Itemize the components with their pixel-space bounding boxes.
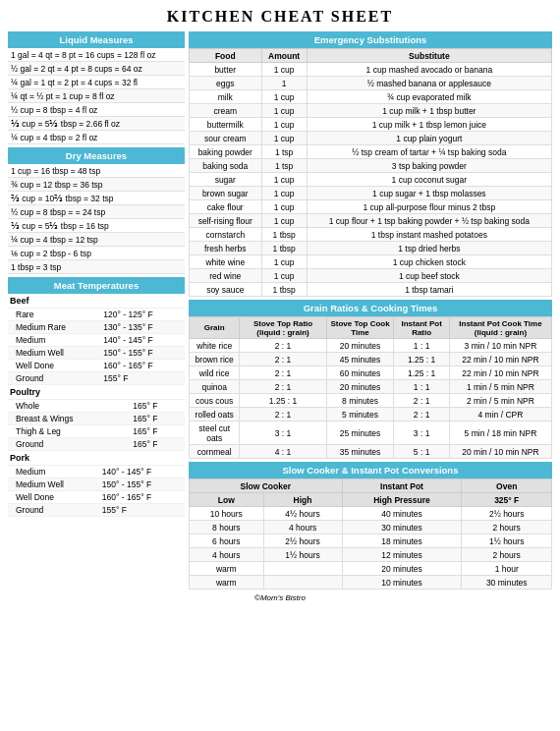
sub-cell: 1 <box>261 77 307 90</box>
slow-cell <box>263 562 342 576</box>
slow-cell: 8 hours <box>190 521 264 534</box>
dry-row: ⅛ cup = 2 tbsp - 6 tsp <box>8 247 185 260</box>
sub-cell: red wine <box>190 269 262 283</box>
dry-row: ½ cup = 8 tbsp = = 24 tsp <box>8 205 185 219</box>
slow-cell: 10 minutes <box>342 576 462 590</box>
slow-cell: warm <box>190 576 264 590</box>
grain-cell: 3 : 1 <box>394 422 450 445</box>
liquid-measures-header: Liquid Measures <box>8 31 185 48</box>
sub-cell: eggs <box>190 77 262 90</box>
grain-cell: 25 minutes <box>326 422 394 445</box>
meat-category-label: Poultry <box>8 385 185 400</box>
meat-row: Medium Rare130° - 135° F <box>8 321 185 334</box>
grain-cell: 4 min / CPR <box>449 408 551 422</box>
meat-row: Thigh & Leg165° F <box>8 425 185 438</box>
sub-cell: 1 cup mashed avocado or banana <box>307 63 551 77</box>
grain-cell: 2 : 1 <box>240 353 326 366</box>
sub-cell: self-rising flour <box>190 214 262 228</box>
meat-cell: Medium <box>8 334 100 347</box>
slow-row: 4 hours1½ hours12 minutes2 hours <box>190 548 552 562</box>
sub-cell: baking powder <box>190 145 262 159</box>
grain-cell: 5 min / 18 min NPR <box>449 422 551 445</box>
liquid-row: ½ gal = 2 qt = 4 pt = 8 cups = 64 oz <box>8 62 185 76</box>
grain-row: quinoa2 : 120 minutes1 : 11 min / 5 min … <box>190 380 552 394</box>
meat-category-beef: BeefRare120° - 125° FMedium Rare130° - 1… <box>8 294 185 385</box>
sub-cell: 1 tsp <box>261 145 307 159</box>
dry-row: ¼ cup = 4 tbsp = 12 tsp <box>8 233 185 247</box>
slow-cell: 30 minutes <box>342 521 462 534</box>
sub-cell: 1 tsp dried herbs <box>307 242 551 255</box>
slow-cell: 2 hours <box>462 521 552 534</box>
left-column: Liquid Measures 1 gal = 4 qt = 8 pt = 16… <box>8 31 185 517</box>
sub-row: baking soda1 tsp3 tsp baking powder <box>190 159 552 173</box>
meat-row: Medium140° - 145° F <box>8 466 185 478</box>
meat-cell: Breast & Wings <box>8 413 130 425</box>
slow-col-ip: Instant Pot <box>342 479 462 493</box>
grain-col-ip-time: Instant Pot Cook Time (liquid : grain) <box>449 317 551 339</box>
slow-cooker-header: Slow Cooker & Instant Pot Conversions <box>189 462 552 478</box>
meat-cell: 165° F <box>130 413 185 425</box>
grain-row: rolled oats2 : 15 minutes2 : 14 min / CP… <box>190 408 552 422</box>
sub-cell: 1 cup <box>261 90 307 104</box>
slow-subheader-high: High <box>263 493 342 507</box>
grain-row: steel cut oats3 : 125 minutes3 : 15 min … <box>190 422 552 445</box>
slow-row: 10 hours4½ hours40 minutes2½ hours <box>190 507 552 521</box>
sub-row: sugar1 cup1 cup coconut sugar <box>190 173 552 187</box>
right-column: Emergency Substitutions Food Amount Subs… <box>189 31 552 590</box>
dry-row: ⅓ cup = 5⅓ tbsp = 16 tsp <box>8 219 185 233</box>
grain-cell: 2 : 1 <box>240 366 326 380</box>
slow-cell: 4 hours <box>190 548 264 562</box>
grain-cell: 2 : 1 <box>240 408 326 422</box>
grain-cell: 8 minutes <box>326 394 394 408</box>
slow-row: 6 hours2½ hours18 minutes1½ hours <box>190 534 552 548</box>
sub-cell: 1 cup <box>261 200 307 214</box>
col-sub: Substitute <box>307 49 551 63</box>
sub-row: soy sauce1 tbsp1 tbsp tamari <box>190 283 552 297</box>
liquid-row: ⅓ cup = 5⅓ tbsp = 2.66 fl oz <box>8 117 185 131</box>
meat-table-beef: Rare120° - 125° FMedium Rare130° - 135° … <box>8 309 185 385</box>
sub-cell: sour cream <box>190 132 262 145</box>
grain-table: Grain Stove Top Ratio (liquid : grain) S… <box>189 316 552 459</box>
sub-cell: 1 cup beef stock <box>307 269 551 283</box>
grain-row: white rice2 : 120 minutes1 : 13 min / 10… <box>190 339 552 353</box>
meat-table-pork: Medium140° - 145° FMedium Well150° - 155… <box>8 466 185 517</box>
slow-cell: 2½ hours <box>462 507 552 521</box>
grain-cell: 2 : 1 <box>240 380 326 394</box>
grain-cell: steel cut oats <box>190 422 240 445</box>
grain-cell: 22 min / 10 min NPR <box>449 366 551 380</box>
grain-cell: 20 minutes <box>326 380 394 394</box>
meat-cell: 155° F <box>100 372 185 385</box>
slow-row: warm20 minutes1 hour <box>190 562 552 576</box>
meat-cell: Well Done <box>8 491 99 504</box>
meat-cell: 165° F <box>130 438 185 451</box>
sub-cell: 1 cup <box>261 173 307 187</box>
sub-cell: 1 cup chicken stock <box>307 255 551 269</box>
meat-table-poultry: Whole165° FBreast & Wings165° FThigh & L… <box>8 400 185 451</box>
liquid-row: ¼ cup = 4 tbsp = 2 fl oz <box>8 131 185 144</box>
grain-col-grain: Grain <box>190 317 240 339</box>
sub-row: cornstarch1 tbsp1 tbsp instant mashed po… <box>190 228 552 242</box>
grain-cell: cous cous <box>190 394 240 408</box>
slow-cell: 4½ hours <box>263 507 342 521</box>
meat-cell: 140° - 145° F <box>100 334 185 347</box>
slow-row: 8 hours4 hours30 minutes2 hours <box>190 521 552 534</box>
slow-cell: 1½ hours <box>263 548 342 562</box>
grain-col-ip-ratio: Instant Pot Ratio <box>394 317 450 339</box>
liquid-row: ½ cup = 8 tbsp = 4 fl oz <box>8 103 185 117</box>
meat-row: Rare120° - 125° F <box>8 309 185 321</box>
grain-row: wild rice2 : 160 minutes1.25 : 122 min /… <box>190 366 552 380</box>
grain-cell: 3 min / 10 min NPR <box>449 339 551 353</box>
sub-cell: 1 cup <box>261 269 307 283</box>
credit-text: ©Mom's Bistro <box>8 593 552 602</box>
meat-cell: 160° - 165° F <box>100 360 185 372</box>
sub-cell: butter <box>190 63 262 77</box>
sub-cell: 1 cup all-purpose flour minus 2 tbsp <box>307 200 551 214</box>
grain-cell: 2 : 1 <box>240 339 326 353</box>
sub-row: eggs1½ mashed banana or applesauce <box>190 77 552 90</box>
meat-row: Ground155° F <box>8 504 185 517</box>
sub-cell: cream <box>190 104 262 118</box>
sub-row: cream1 cup1 cup milk + 1 tbsp butter <box>190 104 552 118</box>
liquid-measures-table: 1 gal = 4 qt = 8 pt = 16 cups = 128 fl o… <box>8 48 185 144</box>
sub-cell: 1 cup <box>261 214 307 228</box>
grain-cell: 5 minutes <box>326 408 394 422</box>
